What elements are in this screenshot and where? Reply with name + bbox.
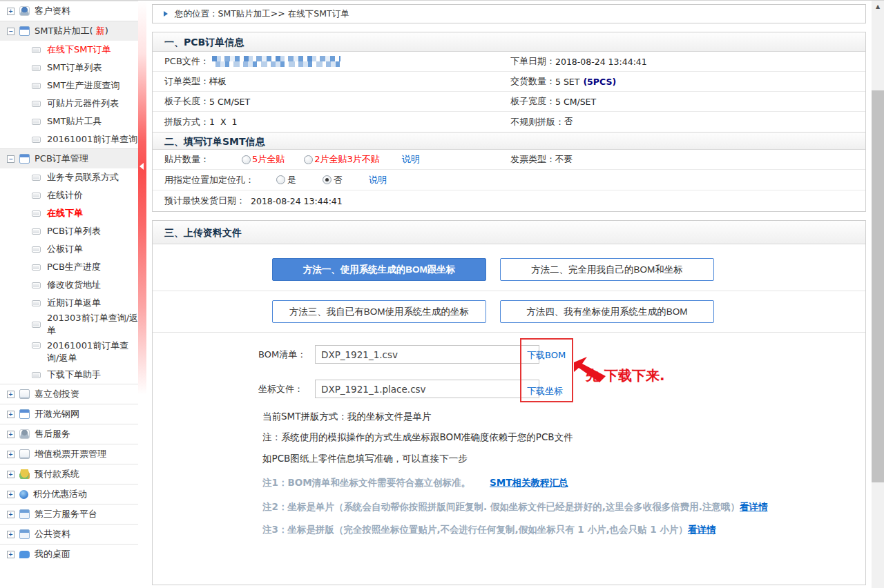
menu-item-icon (32, 83, 41, 89)
field-label: 板子宽度： (510, 95, 555, 108)
sidebar-item[interactable]: 修改收货地址 (0, 276, 138, 294)
scroll-up-icon[interactable]: ▲ (872, 1, 884, 12)
sidebar-item-label: 在线计价 (47, 189, 83, 202)
bom-file-input[interactable] (315, 345, 539, 364)
expand-plus-icon[interactable]: + (7, 8, 15, 15)
sidebar-group-item[interactable]: −PCB订单管理 (0, 148, 138, 168)
collapse-left-icon[interactable] (140, 163, 144, 170)
sidebar-group-item[interactable]: +嘉立创投资 (0, 384, 138, 404)
qty-option1-radio[interactable] (242, 155, 251, 164)
qty-option2-radio[interactable] (304, 155, 313, 164)
qty-help-link[interactable]: 说明 (402, 153, 420, 166)
method-3-button[interactable]: 方法三、我自已有BOM使用系统生成的坐标 (272, 300, 486, 323)
sidebar-group-item[interactable]: +我的桌面 (0, 544, 138, 564)
field-value: 5 SET (555, 77, 579, 87)
new-badge: 新 (93, 26, 104, 36)
sidebar-item[interactable]: SMT生产进度查询 (0, 77, 138, 95)
expand-plus-icon[interactable]: + (7, 511, 15, 518)
order-info-box: 一、PCB订单信息 PCB文件：下单日期：2018-08-24 13:44:41… (152, 32, 866, 212)
note-link[interactable]: 看详情 (740, 501, 768, 512)
expand-plus-icon[interactable]: + (7, 551, 15, 558)
sidebar-group-label: 预付款系统 (35, 468, 79, 480)
bom-label: BOM清单： (258, 349, 315, 361)
expand-plus-icon[interactable]: + (7, 391, 15, 398)
sidebar-group-item[interactable]: +增值税票开票管理 (0, 444, 138, 464)
sidebar-group-item[interactable]: +积分优惠活动 (0, 484, 138, 504)
sidebar-item[interactable]: SMT订单列表 (0, 59, 138, 77)
menu-item-icon (32, 137, 41, 143)
menu-item-icon (32, 101, 41, 107)
collapse-minus-icon[interactable]: − (7, 155, 15, 163)
sidebar-group-label: PCB订单管理 (35, 153, 88, 165)
method-4-button[interactable]: 方法四、我有坐标使用系统生成的BOM (500, 300, 714, 323)
menu-item-icon (32, 119, 41, 125)
invoice-label: 发票类型： (510, 153, 555, 166)
sidebar-item[interactable]: 业务专员联系方式 (0, 168, 138, 186)
sidebar-item[interactable]: 在线下SMT订单 (0, 41, 138, 59)
info-row: 拼版方式：1 X 1不规则拼版：否 (153, 112, 865, 132)
hole-label: 用指定位置加定位孔： (164, 174, 276, 186)
sidebar-group-item[interactable]: +预付款系统 (0, 464, 138, 484)
sidebar-group-item[interactable]: +售后服务 (0, 424, 138, 444)
download-coord-link[interactable]: 下载坐标 (527, 385, 563, 398)
ship-date-value: 2018-08-24 13:44:41 (251, 196, 343, 206)
sidebar-collapse-splitter[interactable] (138, 1, 146, 588)
note-link[interactable]: SMT相关教程汇总 (490, 477, 568, 488)
sidebar-group-item[interactable]: +开激光钢网 (0, 404, 138, 424)
qty-option1-label: 5片全贴 (252, 153, 285, 166)
sidebar-item[interactable]: PCB生产进度 (0, 258, 138, 276)
expand-plus-icon[interactable]: + (7, 471, 15, 478)
field-label: 订单类型： (164, 75, 209, 88)
sidebar-group-label: 客户资料 (35, 5, 70, 17)
expand-plus-icon[interactable]: + (7, 531, 15, 538)
menu-item-icon (32, 228, 41, 235)
sidebar-group-item[interactable]: +客户资料 (0, 1, 138, 21)
sidebar-item[interactable]: 20161001前订单查询/返单 (0, 337, 138, 366)
sidebar-item[interactable]: 可贴片元器件列表 (0, 95, 138, 112)
expand-plus-icon[interactable]: + (7, 451, 15, 458)
sidebar-item-label: 近期订单返单 (47, 297, 101, 309)
method-2-button[interactable]: 方法二、完全用我自己的BOM和坐标 (500, 258, 714, 281)
sidebar-group-item[interactable]: +第三方服务平台 (0, 504, 138, 524)
hole-help-link[interactable]: 说明 (369, 174, 387, 186)
sidebar-item[interactable]: 在线下单 (0, 204, 138, 222)
field-value: 1 X 1 (209, 117, 237, 127)
sidebar-item[interactable]: PCB订单列表 (0, 222, 138, 240)
expand-plus-icon[interactable]: + (7, 491, 15, 498)
divider (153, 291, 865, 291)
vertical-scrollbar[interactable]: ▲ (872, 1, 884, 588)
download-bom-link[interactable]: 下载BOM (527, 349, 566, 362)
sidebar-item[interactable]: 在线计价 (0, 186, 138, 204)
sidebar-group-label: 第三方服务平台 (35, 508, 97, 520)
note-link[interactable]: 看详情 (688, 524, 716, 535)
coord-label: 坐标文件： (258, 383, 315, 395)
upload-files-body: 方法一、使用系统生成的BOM跟坐标方法二、完全用我自己的BOM和坐标 方法三、我… (153, 244, 865, 585)
hole-yes-radio[interactable] (276, 175, 285, 184)
sidebar-item[interactable]: 201303前订单查询/返单 (0, 312, 138, 337)
hole-no-radio[interactable] (323, 175, 332, 184)
sidebar-item[interactable]: 公板订单 (0, 240, 138, 258)
sidebar-item[interactable]: 下载下单助手 (0, 366, 138, 384)
expand-plus-icon[interactable]: + (7, 411, 15, 418)
method-buttons-row1: 方法一、使用系统生成的BOM跟坐标方法二、完全用我自己的BOM和坐标 (153, 244, 865, 281)
qty-label: 贴片数量： (164, 153, 242, 166)
coord-file-input[interactable] (315, 380, 539, 398)
sidebar-group-item[interactable]: +公共资料 (0, 524, 138, 544)
expand-plus-icon[interactable]: + (7, 431, 15, 438)
note-line: 注2：坐标是单片（系统会自动帮你按照拼版间距复制. 假如坐标文件已经是拼好的,这… (262, 500, 870, 513)
scrollbar-thumb[interactable] (872, 90, 884, 482)
sidebar-item[interactable]: SMT贴片工具 (0, 112, 138, 130)
smt-qty-row: 贴片数量： 5片全贴 2片全贴3片不贴 说明 发票类型： 不要 (153, 150, 865, 170)
method-1-button[interactable]: 方法一、使用系统生成的BOM跟坐标 (272, 258, 486, 281)
note-text: 注3：坐标是拼版（完全按照坐标位置贴片,不会进行任何复制,假如坐标只有 1 小片… (262, 524, 688, 535)
sidebar-item[interactable]: 近期订单返单 (0, 294, 138, 312)
collapse-minus-icon[interactable]: − (7, 28, 15, 35)
main-content: 您的位置：SMT贴片加工>> 在线下SMT订单 一、PCB订单信息 PCB文件：… (146, 1, 872, 588)
sidebar-group-item[interactable]: −SMT贴片加工( 新) (0, 21, 138, 41)
sidebar-item[interactable]: 20161001前订单查询 (0, 130, 138, 148)
info-row: 订单类型：样板交货数量：5 SET(5PCS) (153, 72, 865, 92)
hole-no-label: 否 (334, 174, 343, 186)
sidebar-group-label: SMT贴片加工( 新) (35, 25, 108, 37)
sidebar-item-label: 修改收货地址 (47, 279, 101, 291)
sidebar-group-label: 我的桌面 (35, 548, 70, 560)
